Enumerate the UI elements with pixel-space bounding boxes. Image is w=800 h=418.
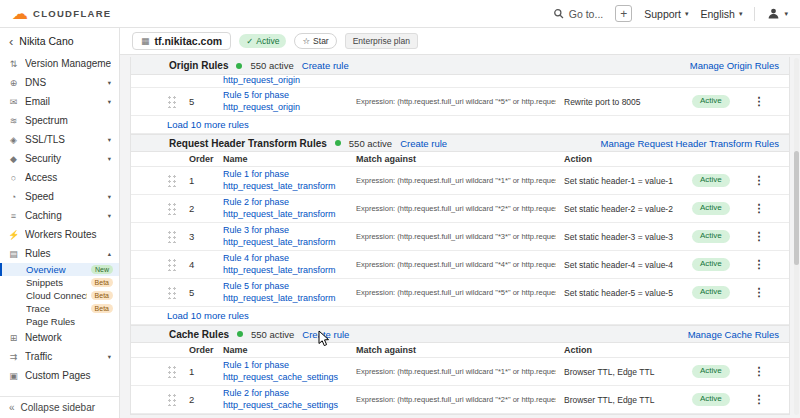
scrollbar-thumb[interactable]: [794, 151, 799, 265]
sidebar-item-caching[interactable]: ≡Caching▾: [0, 206, 119, 225]
collapse-sidebar-button[interactable]: « Collapse sidebar: [0, 396, 119, 418]
kebab-menu-icon[interactable]: ⋮: [750, 286, 768, 299]
user-icon: [767, 7, 780, 20]
account-name: Nikita Cano: [19, 35, 73, 47]
sidebar-item-network[interactable]: ⊞Network: [0, 328, 119, 347]
caching-icon: ≡: [8, 211, 19, 221]
load-more-link[interactable]: Load 10 more rules: [167, 119, 249, 130]
sidebar-item-traffic[interactable]: ⇉Traffic▾: [0, 347, 119, 366]
drag-handle-icon[interactable]: [167, 95, 177, 108]
go-to-search[interactable]: Go to...: [553, 8, 603, 20]
rule-match-expression: Expression: (http.request.full_uri wildc…: [356, 367, 556, 376]
kebab-menu-icon[interactable]: ⋮: [750, 365, 768, 378]
load-more-link[interactable]: Load 10 more rules: [167, 310, 249, 321]
sidebar-item-label: Traffic: [25, 351, 102, 362]
drag-handle-icon[interactable]: [167, 393, 177, 406]
kebab-menu-icon[interactable]: ⋮: [750, 95, 768, 108]
status-badge: Active: [692, 174, 730, 187]
sidebar-item-speed[interactable]: ◔Speed▾: [0, 187, 119, 206]
sidebar-item-email[interactable]: ✉Email▾: [0, 92, 119, 111]
table-row-partial: http_request_origin: [131, 75, 789, 88]
kebab-menu-icon[interactable]: ⋮: [750, 174, 768, 187]
rule-name-link[interactable]: Rule 2 for phase http_request_cache_sett…: [223, 388, 348, 411]
sidebar-item-security[interactable]: ◆Security▾: [0, 149, 119, 168]
add-button[interactable]: +: [615, 5, 632, 22]
support-menu[interactable]: Support ▾: [644, 8, 688, 20]
rule-name-link[interactable]: http_request_origin: [223, 75, 348, 87]
account-menu[interactable]: ▾: [767, 7, 788, 20]
sidebar-item-overview[interactable]: OverviewNew: [0, 263, 119, 276]
rule-action: Set static header-5 = value-5: [564, 288, 684, 298]
sidebar-item-dns[interactable]: ⊕DNS▾: [0, 73, 119, 92]
drag-handle-icon[interactable]: [167, 174, 177, 187]
sidebar-item-label: Access: [25, 172, 111, 183]
create-rule-link[interactable]: Create rule: [302, 60, 349, 71]
status-badge: Active: [692, 258, 730, 271]
sidebar-item-custom-pages[interactable]: ▣Custom Pages: [0, 366, 119, 385]
rule-name-link[interactable]: Rule 1 for phase http_request_cache_sett…: [223, 360, 348, 383]
table-column-headers: Order Name Match against Action: [131, 152, 789, 167]
sidebar-item-rules[interactable]: ▤Rules▴: [0, 244, 119, 263]
drag-handle-icon[interactable]: [167, 230, 177, 243]
drag-handle-icon[interactable]: [167, 202, 177, 215]
rule-match-expression: Expression: (http.request.full_uri wildc…: [356, 176, 556, 185]
drag-handle-icon[interactable]: [167, 258, 177, 271]
kebab-menu-icon[interactable]: ⋮: [750, 393, 768, 406]
sidebar-item-workers-routes[interactable]: ⚡Workers Routes: [0, 225, 119, 244]
create-rule-link[interactable]: Create rule: [400, 138, 447, 149]
sidebar-item-label: Overview: [26, 264, 87, 275]
sidebar-item-spectrum[interactable]: ≋Spectrum: [0, 111, 119, 130]
ssl-tls-icon: ◈: [8, 135, 19, 145]
zone-domain: tf.nikitac.com: [155, 35, 223, 47]
table-row: 2 Rule 2 for phase http_request_cache_se…: [131, 386, 789, 414]
manage-rules-link[interactable]: Manage Request Header Transform Rules: [601, 138, 779, 149]
create-rule-link[interactable]: Create rule: [302, 329, 349, 340]
email-icon: ✉: [8, 97, 19, 107]
kebab-menu-icon[interactable]: ⋮: [750, 258, 768, 271]
sidebar-item-cloud-connector[interactable]: Cloud ConnectorBeta: [0, 289, 119, 302]
sidebar-item-version-management[interactable]: ⇅Version Management: [0, 54, 119, 73]
sidebar-item-snippets[interactable]: SnippetsBeta: [0, 276, 119, 289]
rule-name-link[interactable]: Rule 5 for phase http_request_late_trans…: [223, 281, 348, 304]
sidebar-item-ssl-tls[interactable]: ◈SSL/TLS▾: [0, 130, 119, 149]
sidebar-item-page-rules[interactable]: Page Rules: [0, 315, 119, 328]
rule-action: Browser TTL, Edge TTL: [564, 367, 684, 377]
sidebar-item-label: DNS: [25, 77, 102, 88]
rule-name-link[interactable]: Rule 1 for phase http_request_late_trans…: [223, 169, 348, 192]
chevron-icon: ▾: [108, 212, 111, 220]
traffic-icon: ⇉: [8, 352, 19, 362]
go-to-label: Go to...: [569, 8, 603, 20]
active-dot-icon: [237, 331, 243, 337]
manage-rules-link[interactable]: Manage Origin Rules: [690, 60, 779, 71]
rule-name-link[interactable]: Rule 4 for phase http_request_late_trans…: [223, 253, 348, 276]
cloudflare-cloud-icon: ☁: [12, 6, 28, 22]
drag-handle-icon[interactable]: [167, 286, 177, 299]
account-back-nav[interactable]: ‹ Nikita Cano: [0, 28, 119, 54]
status-badge: Active: [692, 95, 730, 108]
zone-header: ▦ tf.nikitac.com ✓ Active ☆ Star Enterpr…: [120, 28, 800, 55]
kebab-menu-icon[interactable]: ⋮: [750, 230, 768, 243]
kebab-menu-icon[interactable]: ⋮: [750, 202, 768, 215]
sidebar-item-access[interactable]: ○Access: [0, 168, 119, 187]
chevron-icon: ▾: [108, 353, 111, 361]
globe-icon: ▦: [141, 36, 150, 46]
status-badge: Active: [692, 230, 730, 243]
star-button[interactable]: ☆ Star: [294, 33, 336, 50]
beta-badge: Beta: [91, 291, 113, 300]
language-menu[interactable]: English ▾: [701, 8, 743, 20]
zone-selector[interactable]: ▦ tf.nikitac.com: [132, 32, 231, 50]
cloudflare-wordmark: CLOUDFLARE: [33, 8, 111, 19]
beta-badge: Beta: [91, 278, 113, 287]
rule-action: Set static header-2 = value-2: [564, 204, 684, 214]
rule-match-expression: Expression: (http.request.full_uri wildc…: [356, 395, 556, 404]
scrollbar[interactable]: [794, 58, 799, 415]
manage-rules-link[interactable]: Manage Cache Rules: [688, 329, 779, 340]
rule-name-link[interactable]: Rule 3 for phase http_request_late_trans…: [223, 225, 348, 248]
table-row: 1 Rule 1 for phase http_request_cache_se…: [131, 358, 789, 386]
sidebar-item-trace[interactable]: TraceBeta: [0, 302, 119, 315]
drag-handle-icon[interactable]: [167, 365, 177, 378]
rule-name-link[interactable]: Rule 5 for phase http_request_origin: [223, 90, 348, 113]
rule-name-link[interactable]: Rule 2 for phase http_request_late_trans…: [223, 197, 348, 220]
load-more-row: Load 10 more rules: [131, 116, 789, 134]
rule-match-expression: Expression: (http.request.full_uri wildc…: [356, 97, 556, 106]
